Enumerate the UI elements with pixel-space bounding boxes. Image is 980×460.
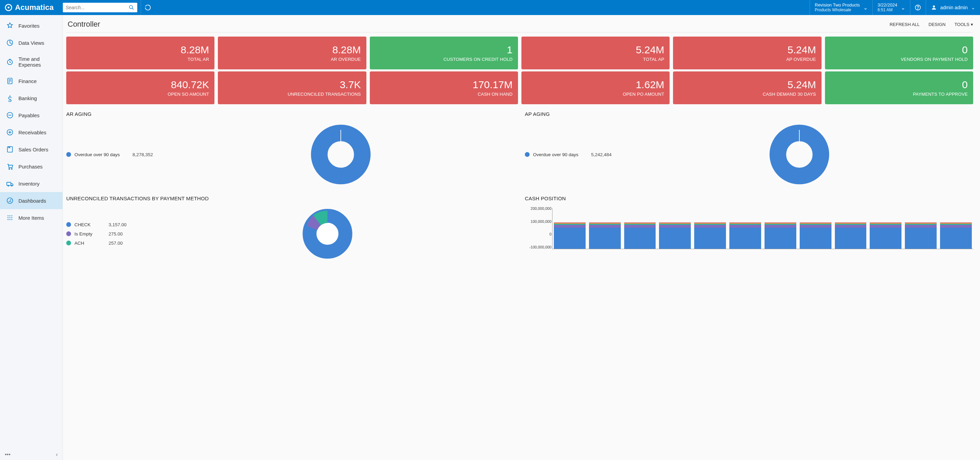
ap-aging-donut xyxy=(768,124,830,185)
help-button[interactable] xyxy=(910,0,926,15)
sidebar-item-label: More Items xyxy=(18,215,44,221)
search-input[interactable] xyxy=(65,5,128,10)
tenant-selector[interactable]: Revision Two Products Products Wholesale… xyxy=(810,0,872,15)
sidebar-item-dashboards[interactable]: Dashboards xyxy=(0,192,62,209)
legend-value: 275.00 xyxy=(108,232,123,236)
legend-swatch xyxy=(66,232,71,236)
date-text: 3/22/2024 xyxy=(878,3,897,8)
sidebar-item-label: Dashboards xyxy=(18,198,46,204)
sidebar-item-label: Data Views xyxy=(18,40,45,46)
sidebar-item-label: Payables xyxy=(18,112,40,118)
svg-point-22 xyxy=(8,185,9,186)
sidebar-item-data-views[interactable]: Data Views xyxy=(0,34,62,51)
kpi-open-po-amount[interactable]: 1.62MOPEN PO AMOUNT xyxy=(522,72,670,104)
sidebar-item-finance[interactable]: Finance xyxy=(0,72,62,89)
kpi-payments-to-approve[interactable]: 0PAYMENTS TO APPROVE xyxy=(825,72,973,104)
sidebar-item-time-and-expenses[interactable]: Time and Expenses xyxy=(0,51,62,72)
kpi-total-ar[interactable]: 8.28MTOTAL AR xyxy=(66,37,215,69)
refresh-button[interactable] xyxy=(141,0,154,15)
search-box[interactable] xyxy=(63,3,137,12)
kpi-ar-overdue[interactable]: 8.28MAR OVERDUE xyxy=(218,37,366,69)
brand-logo[interactable]: Acumatica xyxy=(0,0,63,15)
kpi-label: TOTAL AP xyxy=(643,57,664,62)
legend-row: CHECK3,157.00 xyxy=(66,222,127,227)
legend-value: 8,278,352 xyxy=(132,152,153,157)
kpi-label: TOTAL AR xyxy=(188,57,209,62)
legend-swatch xyxy=(66,241,71,245)
kpi-cash-on-hand[interactable]: 170.17MCASH ON HAND xyxy=(370,72,518,104)
search-icon[interactable] xyxy=(128,5,135,11)
legend-row: Overdue over 90 days8,278,352 xyxy=(66,152,153,157)
kpi-value: 5.24M xyxy=(788,44,816,55)
sidebar-item-purchases[interactable]: Purchases xyxy=(0,158,62,175)
sidebar-item-sales-orders[interactable]: Sales Orders xyxy=(0,141,62,158)
kpi-open-so-amount[interactable]: 840.72KOPEN SO AMOUNT xyxy=(66,72,215,104)
ar-aging-donut xyxy=(310,124,372,185)
brand-name: Acumatica xyxy=(15,3,54,12)
ar-aging-widget: AR AGING Overdue over 90 days8,278,352 xyxy=(66,111,515,185)
ap-aging-title: AP AGING xyxy=(525,111,973,117)
legend-row: Is Empty275.00 xyxy=(66,232,127,236)
legend-value: 3,157.00 xyxy=(108,222,127,227)
bar xyxy=(765,222,796,249)
kpi-vendors-on-payment-hold[interactable]: 0VENDORS ON PAYMENT HOLD xyxy=(825,37,973,69)
top-bar: Acumatica Revision Two Products Products… xyxy=(0,0,980,15)
svg-point-33 xyxy=(11,219,12,220)
unreconciled-title: UNRECONCILED TRANSACTIONS BY PAYMENT MET… xyxy=(66,195,515,201)
svg-point-20 xyxy=(11,168,12,169)
kpi-value: 8.28M xyxy=(332,44,361,55)
bar xyxy=(694,222,726,249)
kpi-total-ap[interactable]: 5.24MTOTAL AP xyxy=(522,37,670,69)
kpi-value: 840.72K xyxy=(171,79,209,90)
sidebar-item-inventory[interactable]: Inventory xyxy=(0,175,62,192)
svg-line-3 xyxy=(132,8,134,10)
bar xyxy=(589,222,621,249)
kpi-value: 1 xyxy=(507,44,512,55)
ar-aging-title: AR AGING xyxy=(66,111,515,117)
sidebar-item-label: Time and Expenses xyxy=(18,56,56,68)
legend-swatch xyxy=(525,152,530,157)
refresh-all-button[interactable]: REFRESH ALL xyxy=(889,22,920,27)
bar xyxy=(870,222,902,249)
kpi-customers-on-credit-hold[interactable]: 1CUSTOMERS ON CREDIT HOLD xyxy=(370,37,518,69)
kpi-label: AP OVERDUE xyxy=(786,57,816,62)
legend-swatch xyxy=(66,152,71,157)
sidebar-item-more-items[interactable]: More Items xyxy=(0,209,62,226)
search-wrap xyxy=(63,0,141,15)
design-button[interactable]: DESIGN xyxy=(928,22,945,27)
user-menu[interactable]: admin admin ⌄ xyxy=(926,0,980,15)
more-icon[interactable]: ••• xyxy=(5,452,11,458)
kpi-value: 5.24M xyxy=(788,79,816,90)
kpi-unreconciled-transactions[interactable]: 3.7KUNRECONCILED TRANSACTIONS xyxy=(218,72,366,104)
tools-button[interactable]: TOOLS ▾ xyxy=(955,22,973,27)
legend-label: Overdue over 90 days xyxy=(75,152,129,157)
tenant-line2: Products Wholesale xyxy=(815,8,860,13)
kpi-ap-overdue[interactable]: 5.24MAP OVERDUE xyxy=(673,37,821,69)
sidebar-item-label: Inventory xyxy=(18,181,40,187)
chevron-down-icon: ⌄ xyxy=(863,5,868,11)
bar xyxy=(624,222,656,249)
svg-point-25 xyxy=(8,215,8,216)
collapse-icon[interactable]: ‹ xyxy=(56,452,58,458)
unreconciled-donut xyxy=(293,208,362,259)
sidebar-item-banking[interactable]: Banking xyxy=(0,89,62,107)
kpi-cash-demand-30-days[interactable]: 5.24MCASH DEMAND 30 DAYS xyxy=(673,72,821,104)
legend-row: Overdue over 90 days5,242,484 xyxy=(525,152,612,157)
sidebar-item-label: Banking xyxy=(18,95,37,101)
kpi-value: 1.62M xyxy=(636,79,664,90)
svg-point-30 xyxy=(11,217,12,218)
sidebar-item-favorites[interactable]: Favorites xyxy=(0,17,62,34)
refresh-icon xyxy=(145,4,151,11)
svg-point-5 xyxy=(918,9,918,9)
legend-label: Overdue over 90 days xyxy=(533,152,588,157)
sidebar-footer: ••• ‹ xyxy=(0,449,62,460)
sidebar-item-label: Sales Orders xyxy=(18,147,48,152)
bar xyxy=(800,222,832,249)
bar xyxy=(835,222,867,249)
business-date[interactable]: 3/22/2024 6:51 AM ⌄ xyxy=(872,0,910,15)
svg-point-28 xyxy=(8,217,8,218)
svg-point-1 xyxy=(8,6,10,8)
tenant-line1: Revision Two Products xyxy=(815,3,860,8)
sidebar-item-payables[interactable]: Payables xyxy=(0,107,62,124)
sidebar-item-receivables[interactable]: Receivables xyxy=(0,124,62,141)
